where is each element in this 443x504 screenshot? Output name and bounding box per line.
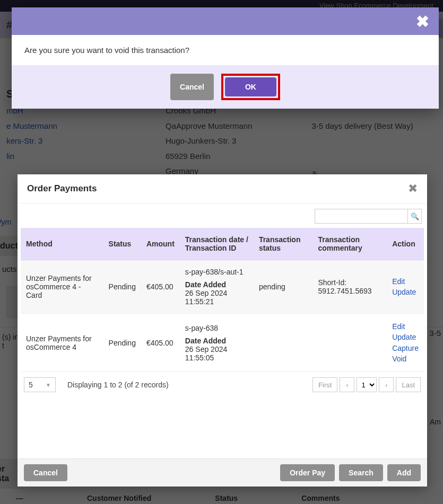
- order-payments-search-row: 🔍: [21, 209, 424, 224]
- cell-action: EditUpdateCaptureVoid: [387, 314, 424, 372]
- action-link-edit[interactable]: Edit: [392, 276, 419, 287]
- confirm-close-icon[interactable]: ✖: [416, 12, 429, 31]
- confirm-cancel-button[interactable]: Cancel: [170, 74, 214, 100]
- cell-txn-date-id: s-pay-638Date Added26 Sep 2024 11:55:05: [180, 314, 254, 372]
- order-payments-header: Order Payments ✖: [18, 174, 427, 204]
- chevron-down-icon: ▼: [46, 382, 51, 388]
- col-status: Status: [103, 228, 141, 260]
- cell-commentary: Short-Id: 5912.7451.5693: [312, 260, 387, 314]
- action-link-update[interactable]: Update: [392, 287, 419, 297]
- order-payments-modal: Order Payments ✖ 🔍 Method Status Amount …: [18, 174, 427, 487]
- action-link-edit[interactable]: Edit: [392, 321, 419, 332]
- cell-method: Unzer Payments for osCommerce 4 - Card: [21, 260, 103, 314]
- order-payments-body: 🔍 Method Status Amount Transaction date …: [18, 204, 427, 458]
- col-txn-date: Transaction date / Transaction ID: [180, 228, 254, 260]
- confirm-modal: ✖ Are you sure you want to void this tra…: [12, 7, 439, 109]
- payments-table: Method Status Amount Transaction date / …: [21, 228, 424, 372]
- paging-prev-button[interactable]: ‹: [340, 377, 354, 392]
- order-payments-footer: Cancel Order Pay Search Add: [18, 458, 427, 487]
- action-link-void[interactable]: Void: [392, 353, 419, 364]
- paging-next-button[interactable]: ›: [379, 377, 394, 392]
- table-row: Unzer Payments for osCommerce 4 - CardPe…: [21, 260, 424, 314]
- txn-id: s-pay-638/s-aut-1: [185, 268, 248, 276]
- cell-amount: €405.00: [141, 260, 180, 314]
- order-payments-search-button[interactable]: Search: [339, 464, 383, 481]
- cell-action: EditUpdate: [387, 260, 424, 314]
- col-commentary: Transaction commentary: [312, 228, 387, 260]
- cell-txn-status: pending: [254, 260, 313, 314]
- chevron-left-icon: ‹: [346, 381, 348, 389]
- confirm-ok-button[interactable]: OK: [225, 77, 276, 96]
- date-added-label: Date Added: [185, 280, 248, 289]
- action-link-capture[interactable]: Capture: [392, 343, 419, 353]
- paging-page-select[interactable]: 1: [357, 377, 377, 392]
- order-payments-title: Order Payments: [27, 183, 97, 194]
- order-payments-search-icon-button[interactable]: 🔍: [408, 209, 422, 224]
- ok-highlight-box: OK: [221, 74, 280, 100]
- paging-display-text: Displaying 1 to 2 (of 2 records): [67, 381, 169, 389]
- col-action: Action: [387, 228, 424, 260]
- cell-txn-date-id: s-pay-638/s-aut-1Date Added26 Sep 2024 1…: [180, 260, 254, 314]
- paging-row: 5 ▼ Displaying 1 to 2 (of 2 records) Fir…: [21, 372, 424, 397]
- cell-commentary: [312, 314, 387, 372]
- col-method: Method: [21, 228, 103, 260]
- cell-txn-status: [254, 314, 313, 372]
- paging-first-button[interactable]: First: [312, 377, 337, 392]
- cell-status: Pending: [103, 314, 141, 372]
- page-size-value: 5: [29, 381, 33, 389]
- order-pay-button[interactable]: Order Pay: [280, 464, 335, 481]
- order-payments-add-button[interactable]: Add: [387, 464, 421, 481]
- chevron-right-icon: ›: [385, 381, 387, 389]
- confirm-message: Are you sure you want to void this trans…: [12, 35, 439, 65]
- order-payments-search-input[interactable]: [315, 209, 408, 224]
- txn-id: s-pay-638: [185, 324, 248, 332]
- confirm-header: ✖: [12, 7, 439, 35]
- date-added-label: Date Added: [185, 337, 248, 345]
- col-amount: Amount: [141, 228, 180, 260]
- search-icon: 🔍: [411, 213, 419, 220]
- page-size-select[interactable]: 5 ▼: [24, 377, 56, 392]
- table-row: Unzer Payments for osCommerce 4Pending€4…: [21, 314, 424, 372]
- paging-last-button[interactable]: Last: [396, 377, 421, 392]
- cell-amount: €405.00: [141, 314, 180, 372]
- txn-date: 26 Sep 2024 11:55:05: [185, 345, 248, 362]
- col-txn-status: Transaction status: [254, 228, 313, 260]
- order-payments-close-icon[interactable]: ✖: [408, 182, 418, 196]
- txn-date: 26 Sep 2024 11:55:21: [185, 289, 248, 306]
- order-payments-cancel-button[interactable]: Cancel: [24, 464, 67, 481]
- cell-method: Unzer Payments for osCommerce 4: [21, 314, 103, 372]
- cell-status: Pending: [103, 260, 141, 314]
- action-link-update[interactable]: Update: [392, 332, 419, 342]
- confirm-footer: Cancel OK: [12, 65, 439, 109]
